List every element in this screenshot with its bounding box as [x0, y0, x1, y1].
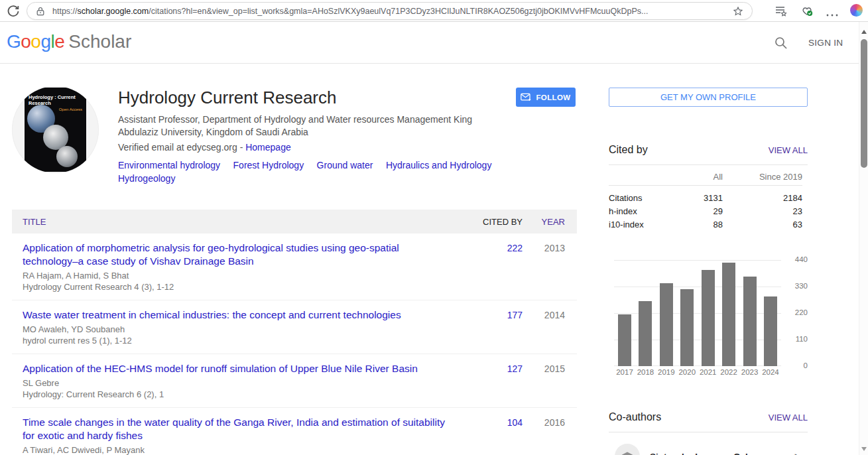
sort-by-title-button[interactable]: TITLE [23, 217, 463, 227]
publication-info: Waste water treatment in chemical indust… [23, 308, 463, 346]
stat-label: Citations [609, 193, 670, 203]
stats-row-h-index: h-index 29 23 [609, 204, 802, 218]
publication-row: Waste water treatment in chemical indust… [12, 300, 577, 354]
citations-bar-2021[interactable] [702, 270, 715, 366]
citations-bar-2024[interactable] [764, 296, 777, 366]
label-link[interactable]: Hydrogeology [118, 173, 175, 184]
logo-letter: e [54, 31, 64, 52]
publication-info: Application of the HEC-HMS model for run… [23, 362, 463, 400]
publication-title-link[interactable]: Application of the HEC-HMS model for run… [23, 362, 454, 375]
google-scholar-logo[interactable]: GoogleScholar [7, 31, 131, 52]
stats-row-i10-index: i10-index 88 63 [609, 218, 802, 231]
cover-title: Hydrology : Current Research [25, 88, 86, 106]
more-options-icon[interactable] [826, 8, 839, 13]
copilot-icon[interactable] [850, 4, 863, 17]
url-bar[interactable]: https://scholar.google.com/citations?hl=… [27, 2, 753, 20]
publication-row: Time scale changes in the water quality … [12, 408, 577, 455]
lock-icon [36, 7, 44, 16]
coauthor-avatar [615, 444, 640, 455]
cited-by-count-link[interactable]: 127 [463, 362, 523, 375]
publication-row: Application of morphometric analysis for… [12, 233, 577, 300]
get-my-own-profile-button[interactable]: GET MY OWN PROFILE [609, 88, 808, 107]
publication-year: 2014 [523, 308, 565, 322]
browser-window: https://scholar.google.com/citations?hl=… [0, 0, 868, 455]
publication-venue: Hydrology: Current Research 6 (2), 1 [23, 389, 454, 400]
chart-x-axis-labels: 2017 2018 2019 2020 2021 2022 2023 2024 [614, 368, 781, 376]
collections-icon[interactable] [774, 4, 787, 17]
envelope-plus-icon [521, 93, 532, 102]
x-tick: 2018 [635, 368, 655, 376]
x-tick: 2021 [698, 368, 718, 376]
publication-year: 2016 [523, 416, 565, 429]
x-tick: 2024 [761, 368, 780, 376]
label-link[interactable]: Hydraulics and Hydrology [386, 160, 492, 170]
sign-in-button[interactable]: SIGN IN [808, 38, 843, 48]
citations-bar-2020[interactable] [680, 289, 694, 366]
profile-info: Hydrology Current Research Assistant Pro… [118, 86, 503, 185]
publication-year: 2013 [523, 241, 565, 255]
publication-venue: Hydrology Current Research 4 (3), 1-12 [23, 281, 454, 292]
stat-label: h-index [609, 206, 670, 216]
cited-by-count-link[interactable]: 177 [463, 308, 523, 322]
citations-bar-2018[interactable] [639, 301, 652, 366]
citations-bar-2022[interactable] [722, 263, 735, 366]
coauthor-list-item[interactable]: Sintayehu Legesse Gebre › [609, 436, 808, 455]
stat-value-all: 29 [670, 206, 723, 216]
stat-value-all: 3131 [670, 193, 723, 203]
publication-year: 2015 [523, 362, 565, 375]
scrollbar-thumb[interactable] [861, 39, 867, 168]
profile-name: Hydrology Current Research [118, 86, 503, 109]
verified-email: Verified email at edycseg.org - Homepage [118, 142, 503, 153]
coauthors-view-all-link[interactable]: VIEW ALL [769, 413, 808, 422]
stat-value-since: 23 [723, 206, 802, 216]
verified-email-text: Verified email at edycseg.org - [118, 142, 245, 153]
publication-authors: RA Hajam, A Hamid, S Bhat [23, 270, 454, 281]
publication-authors: A Tiwari, AC Dwivedi, P Mayank [23, 444, 454, 455]
cited-by-count-link[interactable]: 104 [463, 416, 523, 429]
publication-info: Time scale changes in the water quality … [23, 416, 463, 455]
scholar-header: GoogleScholar SIGN IN [0, 22, 868, 64]
label-link[interactable]: Environmental hydrology [118, 160, 220, 170]
label-link[interactable]: Forest Hydrology [233, 160, 304, 170]
scroll-down-arrow-icon[interactable] [861, 447, 867, 451]
url-scheme: https:// [52, 7, 78, 16]
publication-authors: SL Gebre [23, 377, 454, 389]
citations-bar-2019[interactable] [660, 283, 673, 366]
label-link[interactable]: Ground water [317, 160, 373, 170]
publication-venue: hydrol current res 5 (1), 1-12 [23, 335, 454, 346]
scroll-up-arrow-icon[interactable] [861, 30, 867, 34]
cited-by-view-all-link[interactable]: VIEW ALL [769, 145, 808, 155]
logo-letter: o [21, 31, 31, 52]
url-text: https://scholar.google.com/citations?hl=… [52, 7, 727, 16]
browser-essentials-icon[interactable] [800, 4, 814, 17]
x-tick: 2019 [656, 368, 676, 376]
x-tick: 2023 [740, 368, 760, 376]
stat-value-all: 88 [670, 220, 723, 229]
y-tick: 110 [796, 335, 808, 343]
logo-letter: o [31, 31, 40, 52]
publication-title-link[interactable]: Time scale changes in the water quality … [23, 416, 454, 442]
stat-label: i10-index [609, 220, 670, 229]
logo-letter: g [40, 31, 50, 52]
publication-title-link[interactable]: Application of morphometric analysis for… [23, 241, 454, 268]
publication-title-link[interactable]: Waste water treatment in chemical indust… [23, 308, 454, 322]
coauthors-title: Co-authors [609, 411, 661, 423]
chart-bars [614, 260, 781, 366]
favorite-star-icon[interactable] [732, 5, 744, 17]
sort-by-year-button[interactable]: YEAR [523, 217, 565, 227]
refresh-icon[interactable] [7, 5, 20, 18]
stat-value-since: 2184 [723, 193, 802, 203]
follow-button[interactable]: FOLLOW [516, 88, 576, 107]
publication-row: Application of the HEC-HMS model for run… [12, 354, 577, 408]
citations-bar-2023[interactable] [743, 277, 757, 366]
profile-avatar: Hydrology : Current Research Open Access [12, 86, 99, 173]
search-icon[interactable] [774, 36, 788, 50]
citations-bar-2017[interactable] [618, 314, 631, 366]
sort-by-cited-button[interactable]: CITED BY [463, 217, 523, 227]
homepage-link[interactable]: Homepage [245, 142, 291, 153]
stat-value-since: 63 [723, 220, 802, 229]
journal-cover-image: Hydrology : Current Research Open Access [25, 88, 86, 172]
cited-by-count-link[interactable]: 222 [463, 241, 523, 255]
cited-by-title: Cited by [609, 144, 648, 156]
page-scrollbar[interactable] [859, 22, 868, 455]
